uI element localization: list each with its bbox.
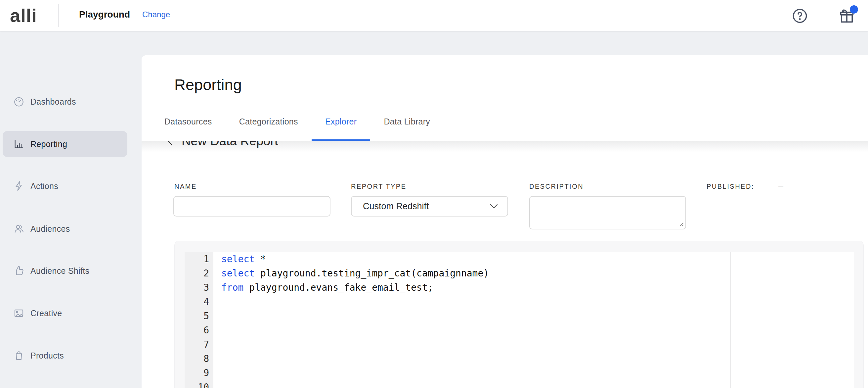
line-number: 9: [185, 366, 213, 380]
sidebar-item-label: Marketplace: [30, 385, 76, 388]
sidebar-item-label: Audience Shifts: [30, 258, 89, 284]
topbar-icons: [791, 0, 856, 31]
help-circle-icon[interactable]: [791, 7, 808, 25]
report-type-select[interactable]: Custom Redshift: [351, 196, 508, 216]
sidebar-item-creative[interactable]: Creative: [0, 300, 142, 326]
code-line: select *: [221, 252, 854, 266]
line-number: 1: [185, 252, 213, 266]
alli-logo: alli: [10, 5, 37, 27]
page-title: Reporting: [174, 76, 242, 94]
lightning-icon: [13, 180, 25, 192]
name-label: NAME: [174, 183, 197, 190]
sidebar-item-label: Products: [30, 342, 64, 368]
report-type-label: REPORT TYPE: [351, 183, 407, 190]
tab-data-library[interactable]: Data Library: [370, 111, 443, 141]
sidebar-item-products[interactable]: Products: [0, 342, 142, 368]
thumbs-up-icon: [13, 265, 25, 276]
code-line: from playground.evans_fake_email_test;: [221, 280, 854, 295]
app-window: alli Playground Change: [0, 0, 868, 388]
sidebar-item-label: Actions: [30, 173, 58, 199]
line-number: 8: [185, 352, 213, 366]
editor-gutter: 1 2 3 4 5 6 7 8 9 10: [185, 252, 213, 388]
sidebar-item-label: Dashboards: [30, 89, 76, 115]
line-number: 7: [185, 337, 213, 352]
code-line: select playground.testing_impr_cat(campa…: [221, 266, 854, 280]
line-number: 3: [185, 280, 213, 295]
tab-explorer[interactable]: Explorer: [312, 111, 371, 141]
description-textarea[interactable]: [529, 196, 686, 230]
gauge-icon: [13, 96, 25, 107]
editor-divider: [731, 252, 731, 388]
image-icon: [13, 307, 25, 319]
tab-categorizations[interactable]: Categorizations: [226, 111, 312, 141]
workspace-name: Playground: [79, 9, 130, 20]
description-field-wrap: [529, 196, 686, 230]
tab-datasources[interactable]: Datasources: [151, 111, 226, 141]
description-label: DESCRIPTION: [529, 183, 584, 190]
sidebar-item-label: Reporting: [30, 131, 67, 157]
sidebar-item-actions[interactable]: Actions: [0, 173, 142, 199]
editor-code-area[interactable]: select * select playground.testing_impr_…: [213, 252, 854, 388]
line-number: 5: [185, 309, 213, 323]
sidebar-item-reporting[interactable]: Reporting: [0, 131, 142, 157]
topbar: alli Playground Change: [0, 0, 868, 31]
published-label: PUBLISHED:: [707, 183, 754, 190]
report-type-value: Custom Redshift: [363, 201, 490, 212]
gift-icon[interactable]: [838, 7, 856, 25]
notification-dot: [850, 5, 858, 13]
sql-editor[interactable]: 1 2 3 4 5 6 7 8 9 10 select * select pla…: [185, 252, 854, 388]
sticky-header: Reporting Datasources Categorizations Ex…: [142, 55, 868, 141]
people-icon: [13, 223, 25, 234]
chevron-down-icon: [490, 204, 498, 209]
published-value: –: [778, 180, 783, 191]
line-number: 10: [185, 380, 213, 388]
sidebar-item-audiences[interactable]: Audiences: [0, 216, 142, 242]
active-tab-underline: [312, 139, 371, 141]
line-number: 4: [185, 295, 213, 309]
sidebar: Dashboards Reporting Actions Audiences: [0, 31, 142, 388]
name-input[interactable]: [173, 196, 331, 216]
sidebar-item-audience-shifts[interactable]: Audience Shifts: [0, 258, 142, 284]
bar-chart-icon: [13, 139, 25, 150]
reporting-tabs: Datasources Categorizations Explorer Dat…: [151, 111, 443, 141]
sidebar-item-dashboards[interactable]: Dashboards: [0, 89, 142, 115]
logo-divider: [58, 4, 59, 27]
change-workspace-link[interactable]: Change: [142, 10, 170, 19]
line-number: 6: [185, 323, 213, 337]
sidebar-item-label: Creative: [30, 300, 62, 326]
sql-editor-panel: 1 2 3 4 5 6 7 8 9 10 select * select pla…: [174, 241, 864, 388]
bag-icon: [13, 350, 25, 361]
sidebar-item-label: Audiences: [30, 216, 70, 242]
main-content-card: New Data Report NAME REPORT TYPE Custom …: [142, 55, 868, 388]
sidebar-item-marketplace[interactable]: Marketplace: [0, 385, 142, 388]
line-number: 2: [185, 266, 213, 280]
